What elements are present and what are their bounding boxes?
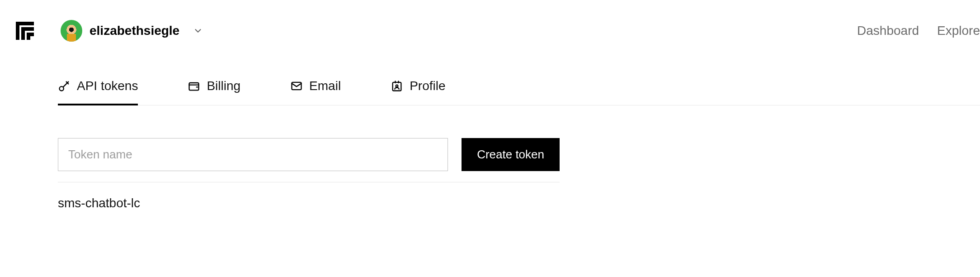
token-list: sms-chatbot-lc xyxy=(58,196,980,210)
tab-label: Profile xyxy=(410,79,445,93)
chevron-down-icon xyxy=(193,26,203,36)
svg-rect-5 xyxy=(393,82,401,91)
tab-label: Billing xyxy=(207,79,240,93)
mail-icon xyxy=(290,80,303,92)
create-token-form: Create token xyxy=(58,138,560,182)
tab-label: API tokens xyxy=(77,79,138,93)
user-switcher[interactable]: elizabethsiegle xyxy=(61,20,203,42)
profile-icon xyxy=(391,80,403,92)
tab-label: Email xyxy=(309,79,341,93)
token-item[interactable]: sms-chatbot-lc xyxy=(58,196,980,210)
token-name-input[interactable] xyxy=(58,138,448,171)
tab-profile[interactable]: Profile xyxy=(391,79,445,105)
tabs: API tokens Billing Email xyxy=(58,79,980,105)
tab-api-tokens[interactable]: API tokens xyxy=(58,79,138,105)
brand-logo[interactable] xyxy=(14,20,35,41)
wallet-icon xyxy=(188,80,200,92)
key-icon xyxy=(58,80,71,92)
nav-dashboard[interactable]: Dashboard xyxy=(857,24,919,38)
svg-point-8 xyxy=(396,85,398,87)
tab-email[interactable]: Email xyxy=(290,79,341,105)
username: elizabethsiegle xyxy=(90,24,179,38)
nav-explore[interactable]: Explore xyxy=(937,24,980,38)
svg-rect-3 xyxy=(189,83,199,90)
tab-billing[interactable]: Billing xyxy=(188,79,240,105)
avatar xyxy=(61,20,82,42)
create-token-button[interactable]: Create token xyxy=(462,138,560,171)
